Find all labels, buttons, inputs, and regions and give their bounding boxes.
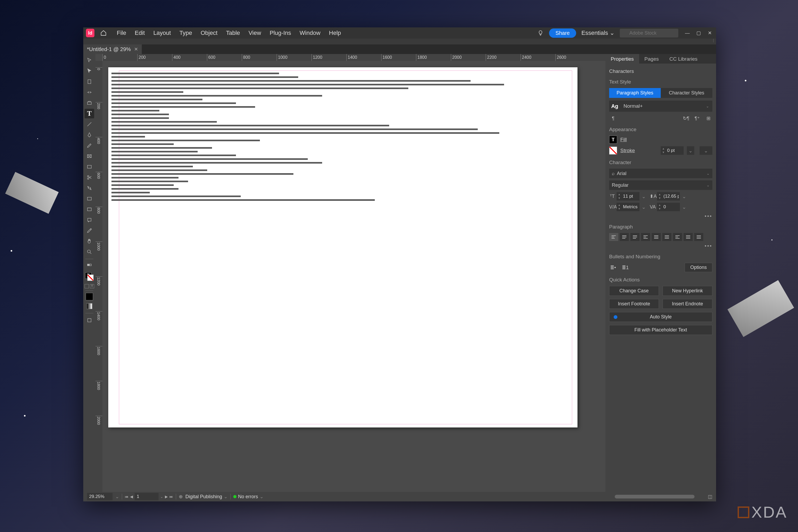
pencil-tool[interactable]	[84, 141, 94, 150]
split-view-icon[interactable]: ◫	[708, 494, 712, 499]
gradient-feather-tool[interactable]	[84, 205, 94, 214]
clear-character-style-icon[interactable]: ¶⁺	[693, 115, 701, 122]
minimize-button[interactable]: —	[684, 29, 691, 37]
content-collector-tool[interactable]	[84, 98, 94, 108]
type-tool[interactable]: T	[84, 109, 94, 118]
text-frame[interactable]	[108, 71, 577, 424]
home-button[interactable]	[99, 29, 108, 37]
stroke-style-dropdown[interactable]: ⌄	[700, 146, 712, 155]
menu-window[interactable]: Window	[295, 30, 324, 36]
zoom-tool[interactable]	[84, 247, 94, 257]
bulleted-list-icon[interactable]: ≣•	[609, 264, 617, 271]
scissors-tool[interactable]	[84, 173, 94, 182]
bullets-options-button[interactable]: Options	[685, 263, 712, 272]
justify-center-button[interactable]	[652, 233, 661, 241]
fill-stroke-swatch[interactable]: T	[84, 272, 94, 281]
font-style-dropdown[interactable]: Regular ⌄	[609, 180, 712, 190]
menu-object[interactable]: Object	[196, 30, 222, 36]
selection-tool[interactable]	[84, 56, 94, 65]
menu-view[interactable]: View	[244, 30, 265, 36]
hints-button[interactable]	[536, 28, 545, 38]
stroke-label[interactable]: Stroke	[620, 148, 635, 153]
color-theme-tool[interactable]	[84, 261, 94, 271]
fill-label[interactable]: Fill	[620, 137, 627, 142]
stroke-type-dropdown[interactable]: ⌄	[687, 146, 694, 155]
font-size-input[interactable]: ▲▼	[616, 192, 640, 201]
document-viewport[interactable]	[102, 61, 605, 492]
page-number-input[interactable]	[135, 493, 158, 500]
justify-right-button[interactable]	[662, 233, 671, 241]
new-hyperlink-button[interactable]: New Hyperlink	[663, 286, 712, 296]
close-button[interactable]: ✕	[706, 29, 714, 37]
page-tool[interactable]	[84, 77, 94, 87]
auto-style-button[interactable]: Auto Style	[609, 312, 712, 322]
eyedropper-tool[interactable]	[84, 226, 94, 235]
leading-input[interactable]: ▲▼	[657, 192, 680, 201]
free-transform-tool[interactable]	[84, 183, 94, 193]
change-case-button[interactable]: Change Case	[609, 286, 659, 296]
rectangle-tool[interactable]	[84, 162, 94, 172]
justify-left-button[interactable]	[641, 233, 650, 241]
tracking-input[interactable]: ▲▼	[657, 203, 680, 211]
gradient-swatch-tool[interactable]	[84, 194, 94, 204]
format-affects[interactable]: T	[84, 284, 94, 288]
chevron-down-icon[interactable]: ⌄	[641, 193, 647, 200]
hand-tool[interactable]	[84, 236, 94, 246]
line-tool[interactable]	[84, 119, 94, 129]
open-navigator-icon[interactable]: ⊕	[179, 494, 183, 499]
vertical-ruler[interactable]: 0200400600800100012001400160018002000	[95, 61, 102, 492]
paragraph-more-options[interactable]: •••	[609, 243, 712, 249]
redefine-style-icon[interactable]: ↻¶	[682, 115, 690, 122]
panel-tab-properties[interactable]: Properties	[605, 54, 639, 63]
maximize-button[interactable]: ▢	[695, 29, 702, 37]
panel-tab-cc-libraries[interactable]: CC Libraries	[664, 54, 703, 63]
gap-tool[interactable]	[84, 88, 94, 97]
paragraph-style-dropdown[interactable]: Normal+ ⌄	[620, 100, 712, 112]
apply-gradient[interactable]	[84, 301, 94, 311]
horizontal-scrollbar[interactable]	[615, 495, 695, 498]
chevron-down-icon[interactable]: ⌄	[115, 494, 119, 499]
next-page-icon[interactable]: ▶	[165, 494, 168, 499]
control-bar-grip[interactable]: ⋮	[711, 39, 716, 44]
last-page-icon[interactable]: ⏭	[169, 494, 173, 499]
chevron-down-icon[interactable]: ⌄	[641, 204, 647, 210]
kerning-input[interactable]: ▲▼	[616, 203, 640, 211]
insert-footnote-button[interactable]: Insert Footnote	[609, 299, 659, 309]
menu-edit[interactable]: Edit	[130, 30, 149, 36]
menu-table[interactable]: Table	[222, 30, 244, 36]
chevron-down-icon[interactable]: ⌄	[681, 193, 687, 200]
chevron-down-icon[interactable]: ⌄	[681, 204, 687, 210]
pen-tool[interactable]	[84, 130, 94, 140]
close-tab-icon[interactable]: ✕	[134, 46, 138, 52]
document-tab[interactable]: *Untitled-1 @ 29% ✕	[83, 44, 142, 54]
share-button[interactable]: Share	[549, 28, 576, 38]
direct-selection-tool[interactable]	[84, 66, 94, 76]
panel-tab-pages[interactable]: Pages	[639, 54, 664, 63]
align-away-spine-button[interactable]	[694, 233, 703, 241]
justify-full-button[interactable]	[673, 233, 682, 241]
new-style-icon[interactable]: ⊞	[704, 115, 712, 122]
workspace-dropdown[interactable]: Essentials ⌄	[582, 30, 614, 36]
font-family-dropdown[interactable]: ⌕ Arial ⌄	[609, 169, 712, 178]
zoom-level-input[interactable]	[87, 493, 113, 500]
clear-overrides-icon[interactable]: ¶	[609, 115, 617, 122]
note-tool[interactable]	[84, 215, 94, 225]
align-toward-spine-button[interactable]	[684, 233, 693, 241]
fill-swatch[interactable]: T	[609, 136, 617, 144]
menu-help[interactable]: Help	[325, 30, 345, 36]
stroke-swatch[interactable]	[609, 147, 617, 155]
horizontal-ruler[interactable]: 0200400600800100012001400160018002000220…	[102, 54, 605, 61]
insert-endnote-button[interactable]: Insert Endnote	[663, 299, 712, 309]
fill-placeholder-button[interactable]: Fill with Placeholder Text	[609, 325, 712, 335]
stroke-weight-input[interactable]: ▲▼	[661, 146, 684, 155]
paragraph-styles-tab[interactable]: Paragraph Styles	[609, 88, 661, 98]
character-more-options[interactable]: •••	[609, 213, 712, 219]
align-right-button[interactable]	[630, 233, 640, 241]
menu-layout[interactable]: Layout	[149, 30, 175, 36]
first-page-icon[interactable]: ⏮	[125, 494, 129, 499]
intent-dropdown[interactable]: Digital Publishing ⌄	[185, 494, 228, 499]
align-center-button[interactable]	[620, 233, 629, 241]
numbered-list-icon[interactable]: ≣1	[621, 264, 629, 271]
prev-page-icon[interactable]: ◀	[130, 494, 133, 499]
view-mode[interactable]	[84, 316, 94, 325]
